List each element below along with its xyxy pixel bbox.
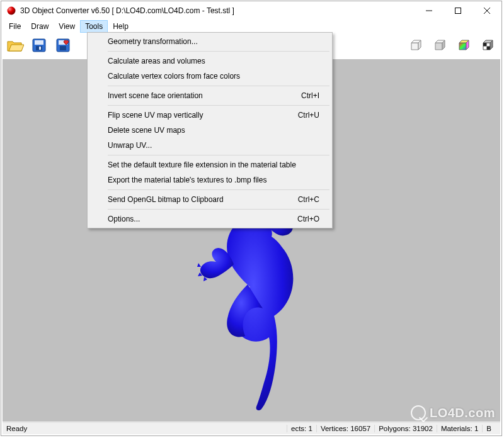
menuitem-label: Geometry transformation... — [108, 37, 198, 46]
svg-marker-12 — [435, 43, 442, 50]
menuitem-calc-areas-volumes[interactable]: Calculate areas and volumes — [89, 53, 331, 69]
menuitem-unwrap-uv[interactable]: Unwrap UV... — [89, 138, 331, 153]
watermark-text: LO4D.com — [430, 406, 495, 420]
menu-separator — [108, 209, 329, 210]
svg-rect-19 — [483, 43, 487, 47]
menu-separator — [108, 189, 329, 190]
window-title: 3D Object Converter v6.50 [ D:\LO4D.com\… — [20, 6, 234, 15]
menuitem-label: Flip scene UV map vertically — [108, 111, 203, 120]
status-ready: Ready — [3, 425, 27, 432]
menu-view[interactable]: View — [54, 20, 80, 33]
menuitem-label: Calculate areas and volumes — [108, 57, 205, 65]
menuitem-shortcut: Ctrl+I — [301, 91, 319, 100]
svg-rect-8 — [60, 46, 66, 50]
svg-rect-3 — [35, 40, 43, 45]
svg-rect-5 — [39, 47, 41, 50]
cube-solid-icon[interactable] — [428, 34, 451, 57]
save-icon[interactable] — [28, 34, 50, 57]
menuitem-label: Unwrap UV... — [108, 141, 152, 150]
menuitem-label: Options... — [108, 215, 140, 223]
maximize-button[interactable] — [444, 1, 472, 20]
menu-separator — [108, 51, 329, 52]
menu-draw[interactable]: Draw — [26, 20, 54, 33]
svg-rect-20 — [487, 47, 491, 50]
minimize-button[interactable] — [415, 1, 444, 20]
menuitem-send-opengl-clipboard[interactable]: Send OpenGL bitmap to Clipboard Ctrl+C — [89, 192, 331, 207]
menuitem-set-default-texture-ext[interactable]: Set the default texture file extension i… — [89, 157, 331, 172]
menuitem-export-textures-bmp[interactable]: Export the material table's textures to … — [89, 172, 331, 188]
status-vertices: Vertices: 16057 — [316, 425, 374, 432]
open-file-icon[interactable] — [4, 34, 26, 57]
status-mode: B — [482, 425, 495, 432]
svg-point-0 — [8, 7, 16, 15]
menuitem-shortcut: Ctrl+U — [298, 111, 319, 120]
menuitem-invert-face-orientation[interactable]: Invert scene face orientation Ctrl+I — [89, 88, 331, 103]
menu-tools[interactable]: Tools — [80, 20, 108, 33]
svg-marker-15 — [459, 43, 466, 50]
menuitem-label: Set the default texture file extension i… — [108, 160, 296, 169]
cube-wire-icon[interactable] — [404, 34, 427, 57]
cube-checker-icon[interactable] — [476, 34, 499, 57]
tools-dropdown: Geometry transformation... Calculate are… — [87, 32, 333, 228]
menuitem-label: Export the material table's textures to … — [108, 176, 266, 184]
magnifier-icon — [411, 405, 426, 420]
menu-file[interactable]: File — [4, 20, 26, 33]
status-polygons: Polygons: 31902 — [374, 425, 437, 432]
menuitem-delete-uv-maps[interactable]: Delete scene UV maps — [89, 123, 331, 138]
close-button[interactable] — [472, 1, 501, 20]
save-loved-icon[interactable] — [52, 34, 74, 57]
status-bar: Ready ects: 1 Vertices: 16057 Polygons: … — [3, 422, 500, 434]
menuitem-shortcut: Ctrl+O — [297, 215, 319, 223]
menuitem-label: Invert scene face orientation — [108, 91, 203, 100]
menuitem-flip-uv-vertically[interactable]: Flip scene UV map vertically Ctrl+U — [89, 108, 331, 123]
status-objects: ects: 1 — [287, 425, 316, 432]
menuitem-geometry-transformation[interactable]: Geometry transformation... — [89, 34, 331, 49]
menu-bar: File Draw View Tools Help — [1, 20, 501, 33]
app-sphere-icon — [6, 6, 16, 16]
window-frame: 3D Object Converter v6.50 [ D:\LO4D.com\… — [1, 1, 502, 436]
title-bar[interactable]: 3D Object Converter v6.50 [ D:\LO4D.com\… — [1, 1, 501, 20]
menuitem-label: Send OpenGL bitmap to Clipboard — [108, 195, 224, 204]
menu-separator — [108, 155, 329, 155]
menu-separator — [108, 105, 329, 106]
menu-help[interactable]: Help — [108, 20, 134, 33]
watermark: LO4D.com — [411, 405, 495, 420]
menuitem-label: Calculate vertex colors from face colors — [108, 72, 240, 81]
menuitem-shortcut: Ctrl+C — [298, 195, 319, 204]
menuitem-label: Delete scene UV maps — [108, 126, 185, 135]
menuitem-calc-vertex-colors[interactable]: Calculate vertex colors from face colors — [89, 69, 331, 84]
menuitem-options[interactable]: Options... Ctrl+O — [89, 211, 331, 227]
status-materials: Materials: 1 — [437, 425, 482, 432]
svg-marker-9 — [411, 43, 418, 50]
cube-rainbow-icon[interactable] — [452, 34, 475, 57]
menu-separator — [108, 86, 329, 86]
svg-rect-1 — [455, 8, 461, 14]
